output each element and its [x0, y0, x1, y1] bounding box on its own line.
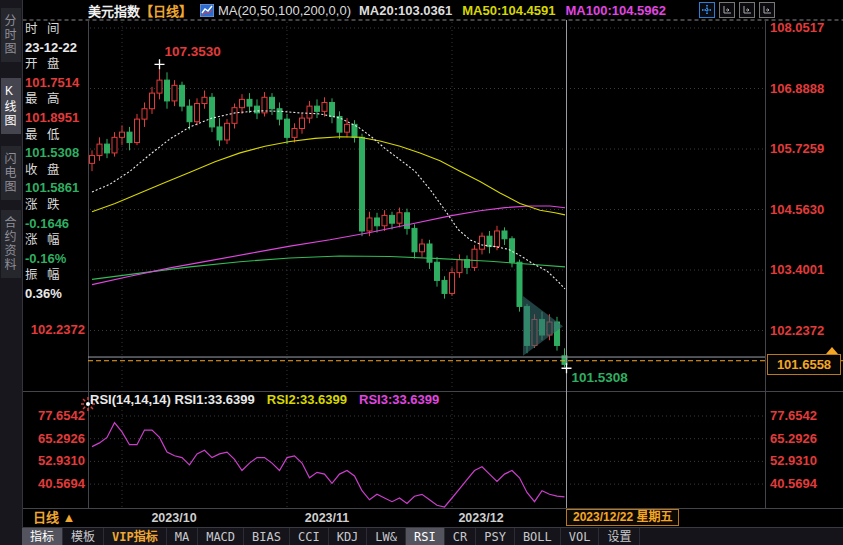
- instrument-title: 美元指数: [88, 1, 140, 20]
- tab-CR[interactable]: CR: [445, 528, 476, 545]
- period-tag: 【日线】: [140, 1, 192, 20]
- chart-toolbar: [699, 2, 775, 18]
- tab-MA[interactable]: MA: [167, 528, 198, 545]
- tab-MACD[interactable]: MACD: [198, 528, 244, 545]
- rsi-y-axis-label-right: 65.2926: [770, 431, 817, 446]
- left-view-strip: 分时图K线图闪电图合约资料: [0, 0, 23, 545]
- go-to-latest-icon[interactable]: [759, 2, 775, 18]
- line-chart-icon[interactable]: [200, 4, 214, 17]
- tab-PSY[interactable]: PSY: [476, 528, 515, 545]
- ma200-line: [92, 256, 565, 279]
- rsi2-value: RSI2:33.6399: [267, 392, 347, 407]
- ma20-value: MA20:103.0361: [359, 3, 452, 18]
- low-price-annotation: 101.5308: [572, 370, 628, 385]
- side-tab-合约资料[interactable]: 合约资料: [1, 210, 21, 278]
- rsi3-value: RSI3:33.6399: [359, 392, 439, 407]
- rsi-header: RSI(14,14,14) RSI1:33.6399RSI2:33.6399RS…: [90, 392, 439, 407]
- info-value: 101.8951: [23, 109, 87, 127]
- info-label: 最 低: [23, 127, 87, 145]
- rsi-y-axis-label-left: 77.6542: [24, 408, 85, 423]
- ma100-value: MA100:104.5962: [565, 3, 665, 18]
- tab-RSI[interactable]: RSI: [406, 528, 445, 545]
- ma-params-label: MA(20,50,100,200,0,0): [218, 3, 351, 18]
- timeframe-dropdown-button[interactable]: 日线 ▲: [33, 509, 75, 527]
- chart-canvas[interactable]: [0, 0, 843, 545]
- info-value: 101.5308: [23, 144, 87, 162]
- high-marker-cross: [155, 59, 165, 69]
- left-y-axis-label: 102.2372: [22, 322, 85, 337]
- info-label: 最 高: [23, 91, 87, 109]
- ma-values: MA20:103.0361MA50:104.4591MA100:104.5962: [359, 3, 676, 18]
- rsi-y-axis-label-left: 52.9310: [24, 453, 85, 468]
- price-up-arrow-icon: [826, 347, 838, 354]
- y-axis-label: 108.0517: [770, 20, 824, 35]
- y-axis-label: 105.7259: [770, 141, 824, 156]
- y-axis-label: 106.8888: [770, 81, 824, 96]
- y-axis-label: 103.4001: [770, 262, 824, 277]
- info-label: 开 盘: [23, 56, 87, 74]
- info-label: 涨 跌: [23, 197, 87, 215]
- crosshair-date-label: 2023/12/22 星期五: [566, 509, 679, 526]
- info-value: -0.1646: [23, 215, 87, 233]
- crosshair-grid-icon[interactable]: [699, 2, 715, 18]
- tab-指标[interactable]: 指标: [22, 528, 63, 545]
- last-price-box: 101.6558: [767, 354, 841, 375]
- tab-CCI[interactable]: CCI: [290, 528, 329, 545]
- info-label: 振 幅: [23, 267, 87, 285]
- tab-VOL[interactable]: VOL: [561, 528, 600, 545]
- tab-VIP指标[interactable]: VIP指标: [104, 528, 167, 545]
- rsi-y-axis-label-right: 77.6542: [770, 408, 817, 423]
- x-axis-label: 2023/10: [134, 509, 214, 527]
- info-value: -0.16%: [23, 250, 87, 268]
- tab-设置[interactable]: 设置: [599, 528, 640, 545]
- info-value: 101.7514: [23, 74, 87, 92]
- info-value: 101.5861: [23, 179, 87, 197]
- tab-LW&[interactable]: LW&: [367, 528, 406, 545]
- ma50-value: MA50:104.4591: [462, 3, 555, 18]
- candlestick-series: [90, 64, 568, 367]
- side-tab-闪电图[interactable]: 闪电图: [1, 146, 21, 200]
- x-axis-label: 2023/12: [441, 509, 521, 527]
- tab-BIAS[interactable]: BIAS: [244, 528, 290, 545]
- rsi1-value: RSI(14,14,14) RSI1:33.6399: [90, 392, 255, 407]
- x-axis-label: 2023/11: [287, 509, 367, 527]
- high-price-annotation: 107.3530: [165, 44, 221, 59]
- rsi-y-axis-label-left: 40.5694: [24, 476, 85, 491]
- side-tab-分时图[interactable]: 分时图: [1, 8, 21, 62]
- info-label: 时 间: [23, 21, 87, 39]
- info-label: 涨 幅: [23, 232, 87, 250]
- rsi-line: [92, 423, 565, 507]
- top-bar: 美元指数 【日线】 MA(20,50,100,200,0,0) MA20:103…: [24, 0, 843, 20]
- indicator-tab-bar: 指标模板VIP指标MAMACDBIASCCIKDJLW&RSICRPSYBOLL…: [22, 528, 843, 545]
- info-label: 收 盘: [23, 162, 87, 180]
- info-value: 0.36%: [23, 285, 87, 303]
- side-tab-K线图[interactable]: K线图: [1, 78, 21, 134]
- rsi-y-axis-label-left: 65.2926: [24, 431, 85, 446]
- axis-scale-right-icon[interactable]: [739, 2, 755, 18]
- y-axis-label: 102.2372: [770, 323, 824, 338]
- axis-scale-left-icon[interactable]: [719, 2, 735, 18]
- rsi-y-axis-label-right: 40.5694: [770, 476, 817, 491]
- info-value: 23-12-22: [23, 39, 87, 57]
- tab-模板[interactable]: 模板: [63, 528, 104, 545]
- tab-BOLL[interactable]: BOLL: [515, 528, 561, 545]
- rsi-y-axis-label-right: 52.9310: [770, 453, 817, 468]
- y-axis-label: 104.5630: [770, 202, 824, 217]
- ohlc-info-panel: 时 间23-12-22开 盘101.7514最 高101.8951最 低101.…: [23, 21, 87, 303]
- tab-KDJ[interactable]: KDJ: [329, 528, 368, 545]
